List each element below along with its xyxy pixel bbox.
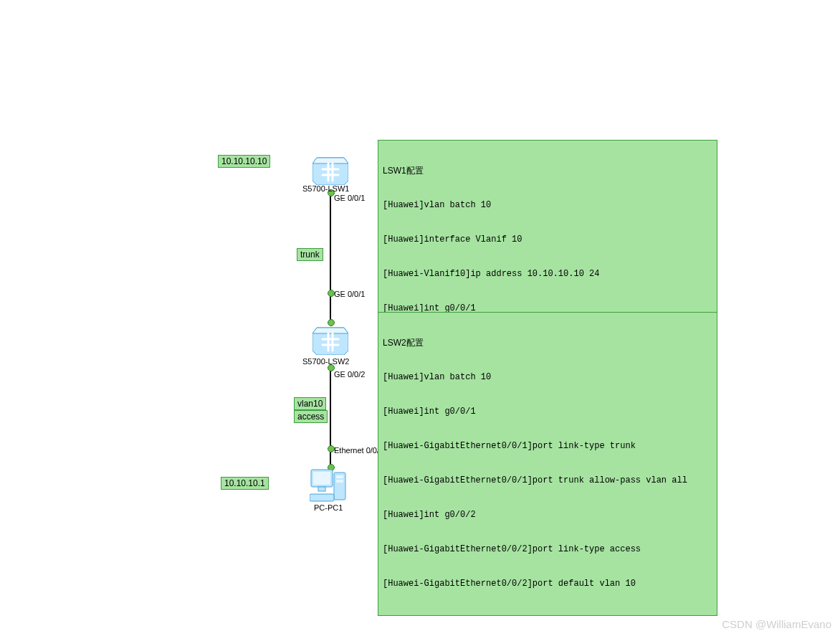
config-line: [Huawei]vlan batch 10 <box>383 371 712 383</box>
config-line: [Huawei-Vlanif10]ip address 10.10.10.10 … <box>383 268 712 280</box>
topology-canvas: 10.10.10.10 trunk vlan10 access 10.10.10… <box>0 0 840 636</box>
config-line: [Huawei]int g0/0/2 <box>383 509 712 521</box>
svg-rect-18 <box>310 494 334 501</box>
port-label-lsw1-ge001: GE 0/0/1 <box>334 194 365 202</box>
text: vlan10 <box>297 399 323 409</box>
config-line: [Huawei-GigabitEthernet0/0/1]port trunk … <box>383 475 712 486</box>
watermark: CSDN @WilliamEvano <box>722 618 831 630</box>
config-line: [Huawei]interface Vlanif 10 <box>383 234 712 245</box>
pc1-ip-label: 10.10.10.1 <box>221 477 269 490</box>
svg-marker-7 <box>312 328 348 333</box>
svg-rect-17 <box>318 487 325 491</box>
link-tag-trunk: trunk <box>297 248 323 261</box>
config-line: [Huawei-GigabitEthernet0/0/1]port link-t… <box>383 440 712 452</box>
svg-rect-13 <box>336 475 343 478</box>
config-line: [Huawei]vlan batch 10 <box>383 199 712 211</box>
link-lsw2-pc1 <box>330 364 331 468</box>
config-line: [Huawei]int g0/0/1 <box>383 406 712 417</box>
svg-marker-1 <box>312 158 348 163</box>
svg-rect-14 <box>336 480 343 483</box>
text: access <box>297 412 324 422</box>
switch-icon-lsw1[interactable] <box>312 153 348 185</box>
switch-icon-lsw2[interactable] <box>312 323 348 355</box>
port-label-lsw2-ge002: GE 0/0/2 <box>334 370 365 379</box>
port-label-lsw2-ge001: GE 0/0/1 <box>334 290 365 298</box>
config-box-lsw2: LSW2配置 [Huawei]vlan batch 10 [Huawei]int… <box>378 312 717 616</box>
svg-rect-16 <box>313 472 330 485</box>
config-line: [Huawei-GigabitEthernet0/0/2]port defaul… <box>383 578 712 589</box>
text: trunk <box>300 250 320 260</box>
text: 10.10.10.10 <box>221 156 267 166</box>
device-label-lsw1: S5700-LSW1 <box>302 184 349 193</box>
config-title: LSW1配置 <box>383 165 712 176</box>
device-label-pc1: PC-PC1 <box>314 503 343 512</box>
link-lsw1-lsw2 <box>330 189 331 324</box>
link-tag-vlan10: vlan10 <box>294 397 326 410</box>
pc-icon-pc1[interactable] <box>310 467 350 503</box>
port-label-pc1-eth001: Ethernet 0/0/1 <box>334 446 383 455</box>
lsw1-ip-label: 10.10.10.10 <box>218 155 270 168</box>
link-tag-access: access <box>294 410 328 423</box>
config-title: LSW2配置 <box>383 337 712 348</box>
device-label-lsw2: S5700-LSW2 <box>302 357 349 366</box>
config-line: [Huawei-GigabitEthernet0/0/2]port link-t… <box>383 544 712 555</box>
text: 10.10.10.1 <box>224 478 265 488</box>
